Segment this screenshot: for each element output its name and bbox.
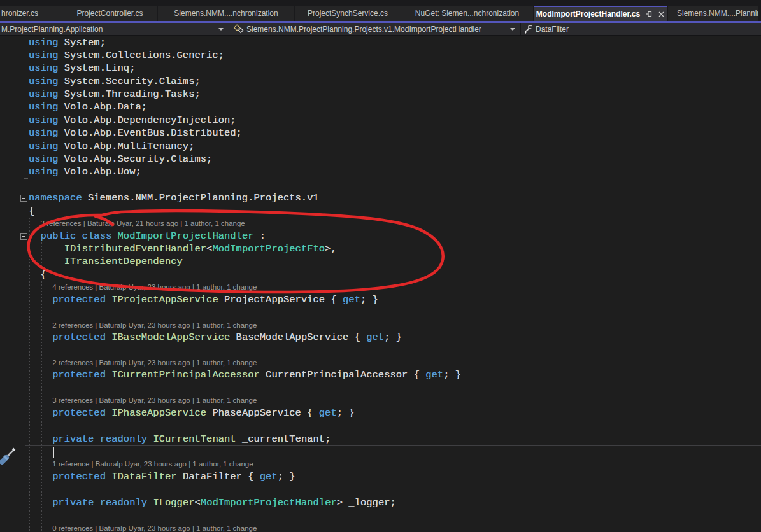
codelens-info[interactable]: 0 references | Baturalp Uyar, 23 hours a… <box>0 522 761 532</box>
tab-projectsynchservice-cs[interactable]: ProjectSynchService.cs <box>295 6 401 21</box>
codelens-info[interactable]: 2 references | Baturalp Uyar, 23 hours a… <box>0 319 761 332</box>
code-line[interactable]: using Volo.Abp.DependencyInjection; <box>0 114 761 127</box>
codelens-info[interactable]: 3 references | Baturalp Uyar, 21 hours a… <box>0 218 761 230</box>
code-line[interactable]: using System.Threading.Tasks; <box>0 88 761 101</box>
tab-label: ProjectSynchService.cs <box>308 9 388 18</box>
tab-siemens-nmm-nchronization[interactable]: Siemens.NMM....nchronization <box>158 6 294 21</box>
breadcrumb-project-label: M.ProjectPlanning.Application <box>1 25 103 34</box>
code-line[interactable]: protected IBaseModelAppService BaseModel… <box>0 331 761 344</box>
text-caret <box>53 447 55 458</box>
code-line[interactable]: using System.Linq; <box>0 62 761 74</box>
code-line[interactable]: protected IPhaseAppService PhaseAppServi… <box>0 407 761 419</box>
code-lines: using System;using System.Collections.Ge… <box>0 36 761 532</box>
tab-bar: hronizer.csProjectController.csSiemens.N… <box>0 0 761 21</box>
breadcrumb-bar: M.ProjectPlanning.Application Siemens.NM… <box>0 23 761 36</box>
code-line[interactable]: ITransientDependency <box>0 255 761 268</box>
code-line[interactable]: using System.Security.Claims; <box>0 75 761 88</box>
blank-line[interactable] <box>0 306 761 319</box>
blank-line[interactable] <box>0 483 761 496</box>
code-line[interactable]: public class ModImportProjectHandler : <box>0 230 761 242</box>
breadcrumb-member-dropdown[interactable]: DataFilter <box>521 23 761 35</box>
code-line[interactable]: protected IDataFilter DataFilter { get; … <box>0 470 761 483</box>
code-line[interactable]: using Volo.Abp.Uow; <box>0 165 761 178</box>
code-line[interactable]: using Volo.Abp.MultiTenancy; <box>0 140 761 153</box>
chevron-down-icon <box>510 28 515 31</box>
chevron-down-icon <box>218 28 224 31</box>
tab-modimportprojecthandler-cs[interactable]: ModImportProjectHandler.cs <box>534 6 667 21</box>
code-line[interactable]: protected IProjectAppService ProjectAppS… <box>0 293 761 306</box>
codelens-info[interactable]: 2 references | Baturalp Uyar, 23 hours a… <box>0 357 761 369</box>
blank-line[interactable] <box>0 509 761 522</box>
close-icon[interactable] <box>658 11 665 18</box>
tab-label: ModImportProjectHandler.cs <box>536 10 640 18</box>
tab-label: NuGet: Siemen...nchronization <box>415 9 519 18</box>
property-wrench-icon <box>523 24 534 34</box>
code-line[interactable]: using System; <box>0 36 761 49</box>
breadcrumb-type-dropdown[interactable]: Siemens.NMM.ProjectPlanning.Projects.v1.… <box>229 23 520 35</box>
code-line[interactable]: IDistributedEventHandler<ModImportProjec… <box>0 242 761 255</box>
fold-toggle-class[interactable] <box>20 233 27 240</box>
tab-siemens-nmm-planning-[interactable]: Siemens.NMM....Planning. <box>668 6 758 21</box>
codelens-info[interactable]: 4 references | Baturalp Uyar, 23 hours a… <box>0 281 761 293</box>
vs-editor-window: hronizer.csProjectController.csSiemens.N… <box>0 0 761 532</box>
tab-hronizer-cs[interactable]: hronizer.cs <box>0 6 62 21</box>
cursor-line[interactable] <box>25 445 761 458</box>
code-line[interactable]: using Volo.Abp.EventBus.Distributed; <box>0 127 761 139</box>
code-line[interactable]: { <box>0 269 761 281</box>
breadcrumb-member-label: DataFilter <box>536 25 569 34</box>
tab-label: Siemens.NMM....Planning. <box>677 9 758 18</box>
blank-line[interactable] <box>0 382 761 395</box>
tab-label: ProjectController.cs <box>76 9 143 18</box>
code-editor[interactable]: using System;using System.Collections.Ge… <box>0 36 761 532</box>
code-line[interactable]: { <box>0 205 761 218</box>
tab-nuget-siemen-nchronization[interactable]: NuGet: Siemen...nchronization <box>401 6 533 21</box>
tab-projectcontroller-cs[interactable]: ProjectController.cs <box>62 6 157 21</box>
code-line[interactable]: using Volo.Abp.Data; <box>0 101 761 113</box>
code-line[interactable]: namespace Siemens.NMM.ProjectPlanning.Pr… <box>0 192 761 204</box>
codelens-info[interactable]: 3 references | Baturalp Uyar, 23 hours a… <box>0 395 761 407</box>
blank-line[interactable] <box>0 419 761 432</box>
code-line[interactable]: using Volo.Abp.Security.Claims; <box>0 153 761 165</box>
quick-actions-screwdriver-icon[interactable] <box>0 446 17 468</box>
blank-line[interactable] <box>0 179 761 192</box>
pin-icon[interactable] <box>645 10 653 18</box>
tab-label: hronizer.cs <box>1 9 38 18</box>
tab-label: Siemens.NMM....nchronization <box>174 9 278 18</box>
blank-line[interactable] <box>0 344 761 356</box>
breadcrumb-project-dropdown[interactable]: M.ProjectPlanning.Application <box>0 23 229 35</box>
fold-toggle-namespace[interactable] <box>20 195 27 202</box>
class-icon <box>234 24 244 34</box>
breadcrumb-type-label: Siemens.NMM.ProjectPlanning.Projects.v1.… <box>246 25 481 34</box>
code-line[interactable]: protected ICurrentPrincipalAccessor Curr… <box>0 368 761 381</box>
code-line[interactable]: private readonly ILogger<ModImportProjec… <box>0 496 761 509</box>
codelens-info[interactable]: 1 reference | Baturalp Uyar, 23 hours ag… <box>0 458 761 470</box>
code-line[interactable]: using System.Collections.Generic; <box>0 49 761 62</box>
code-line[interactable]: private readonly ICurrentTenant _current… <box>0 433 761 445</box>
